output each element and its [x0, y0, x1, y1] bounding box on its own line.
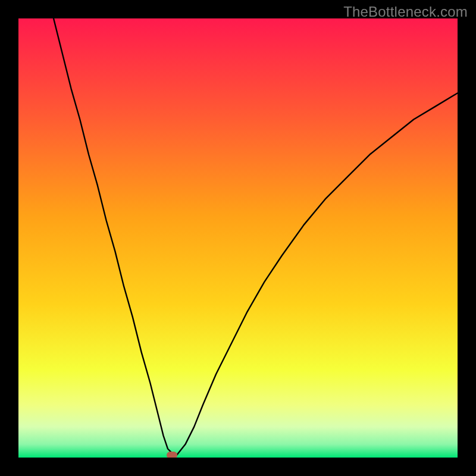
- chart-frame: TheBottleneck.com: [0, 0, 476, 476]
- bottleneck-curve: [18, 18, 458, 458]
- watermark-text: TheBottleneck.com: [343, 4, 468, 20]
- minimum-marker: [167, 452, 177, 458]
- plot-area: [18, 18, 458, 458]
